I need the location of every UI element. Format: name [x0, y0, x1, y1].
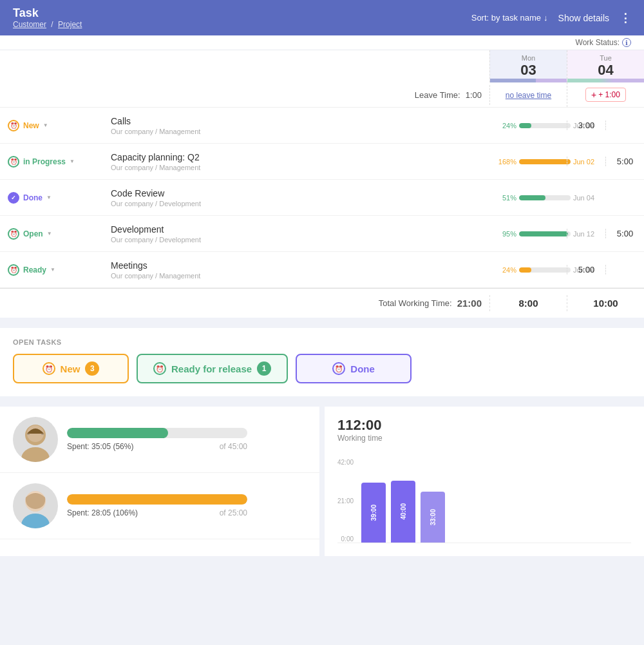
show-details-button[interactable]: Show details — [558, 13, 609, 23]
status-icon-done: ✓ — [8, 192, 19, 204]
person-spent: Spent: 28:05 (106%) — [67, 508, 138, 517]
leave-total-val: 1:00 — [466, 90, 482, 100]
sort-label: Sort: by task name — [471, 13, 541, 23]
task-sub: Our company / Management — [111, 272, 482, 280]
progress-bar — [519, 123, 571, 128]
sort-button[interactable]: Sort: by task name ↓ — [471, 13, 548, 23]
svg-point-1 — [21, 447, 50, 462]
chart-bar-label: 39:00 — [370, 502, 377, 524]
task-status-done[interactable]: ✓ Done ▼ — [0, 192, 103, 204]
progress-bar — [519, 267, 571, 273]
task-mon-hours: 3:00 — [567, 120, 605, 130]
chevron-down-icon: ▼ — [50, 267, 55, 273]
chart-bar: 39:00 — [361, 483, 386, 543]
ktab-icon-new: ⏰ — [43, 362, 55, 375]
person-spent: Spent: 35:05 (56%) — [67, 442, 133, 451]
table-row: ⏰ in Progress ▼ Capacity planning: Q2 Ou… — [0, 144, 644, 180]
status-icon-new: ⏰ — [8, 120, 19, 131]
progress-pct: 51% — [495, 194, 516, 202]
task-info: Meetings Our company / Management — [103, 255, 489, 285]
task-progress: 24% Jun 04 — [489, 266, 567, 274]
table-row: ⏰ Ready ▼ Meetings Our company / Managem… — [0, 252, 644, 288]
leave-mon-cell: no leave time — [489, 85, 567, 105]
kanban-tab-ready[interactable]: ⏰ Ready for release 1 — [137, 354, 288, 383]
task-info: Capacity planning: Q2 Our company / Mana… — [103, 147, 489, 177]
status-label: in Progress — [23, 157, 66, 166]
tue-date-col: Tue 04 — [567, 50, 644, 82]
progress-bar — [519, 231, 571, 236]
progress-bar-fill — [519, 267, 531, 273]
progress-pct: 168% — [495, 158, 516, 166]
task-status-inprogress[interactable]: ⏰ in Progress ▼ — [0, 156, 103, 168]
ktab-label: Ready for release — [171, 363, 252, 374]
chart-total: 112:00 — [337, 417, 631, 434]
task-status-open[interactable]: ⏰ Open ▼ — [0, 228, 103, 240]
people-section: Spent: 35:05 (56%) of 45:00 Spent: 28:05… — [0, 407, 319, 556]
sort-arrow-icon: ↓ — [544, 13, 548, 23]
work-status-container: Work Status: ℹ — [576, 38, 631, 47]
work-status-row: Work Status: ℹ — [0, 35, 644, 50]
breadcrumb-project[interactable]: Project — [58, 20, 82, 29]
add-leave-button[interactable]: + + 1:00 — [585, 88, 626, 102]
mon-date-num: 03 — [490, 62, 567, 79]
person-row: Spent: 35:05 (56%) of 45:00 — [0, 407, 319, 473]
status-label: Ready — [23, 265, 46, 274]
chart-bar-wrap: 39:00 — [361, 483, 386, 543]
person-alloc: of 25:00 — [220, 508, 247, 517]
status-label: Open — [23, 229, 43, 238]
task-info: Calls Our company / Management — [103, 111, 489, 140]
breadcrumb-customer[interactable]: Customer — [13, 20, 46, 29]
chevron-down-icon: ▼ — [43, 122, 48, 128]
progress-bar-fill — [519, 123, 531, 128]
kanban-tab-done[interactable]: ⏰ Done — [296, 354, 412, 383]
task-mon-hours — [567, 157, 605, 166]
no-leave-time-link[interactable]: no leave time — [506, 91, 551, 100]
total-row: Total Working Time: 21:00 8:00 10:00 — [0, 288, 644, 318]
task-progress: 95% Jun 12 — [489, 230, 567, 238]
chart-bars: 39:00 40:00 33:00 — [361, 459, 445, 543]
task-list: ⏰ New ▼ Calls Our company / Management 2… — [0, 108, 644, 288]
breadcrumb-sep: / — [51, 20, 53, 29]
total-tue: 10:00 — [567, 295, 644, 311]
table-row: ⏰ Open ▼ Development Our company / Devel… — [0, 216, 644, 252]
progress-bar-fill — [519, 195, 545, 200]
task-hours: 3:00 — [567, 120, 644, 130]
avatar — [13, 417, 58, 462]
task-mon-hours: 5:00 — [567, 265, 605, 274]
task-name: Development — [111, 224, 482, 235]
ktab-badge-new: 3 — [85, 361, 99, 376]
chart-bar-label: 33:00 — [430, 506, 437, 528]
chevron-down-icon: ▼ — [47, 231, 52, 236]
person-info: Spent: 35:05 (56%) of 45:00 — [67, 428, 307, 451]
person-bar-fill — [67, 428, 168, 438]
bottom-section: Spent: 35:05 (56%) of 45:00 Spent: 28:05… — [0, 407, 644, 556]
task-name: Code Review — [111, 188, 482, 198]
chart-bar-label: 40:00 — [400, 501, 407, 523]
mon-day-label: Mon — [490, 54, 567, 62]
chart-y-axis: 42:00 21:00 0:00 — [337, 459, 356, 543]
person-stats: Spent: 35:05 (56%) of 45:00 — [67, 442, 247, 451]
task-status-new[interactable]: ⏰ New ▼ — [0, 120, 103, 131]
status-icon-ready: ⏰ — [8, 264, 19, 276]
kanban-tab-new[interactable]: ⏰ New 3 — [13, 354, 129, 383]
leave-label-area: Leave Time: 1:00 — [0, 85, 489, 105]
chart-bar-wrap: 40:00 — [391, 481, 415, 543]
more-icon: ⋮ — [620, 12, 631, 24]
person-stats: Spent: 28:05 (106%) of 25:00 — [67, 508, 247, 517]
status-icon-open: ⏰ — [8, 228, 19, 240]
person-bar-wrap — [67, 494, 247, 505]
work-status-info-icon[interactable]: ℹ — [622, 38, 631, 47]
total-mon: 8:00 — [489, 295, 567, 311]
svg-rect-3 — [27, 434, 30, 435]
total-label: Total Working Time: — [379, 298, 452, 308]
task-tue-hours: 5:00 — [605, 229, 644, 238]
table-row: ⏰ New ▼ Calls Our company / Management 2… — [0, 108, 644, 144]
chevron-down-icon: ▼ — [46, 195, 52, 200]
task-status-ready[interactable]: ⏰ Ready ▼ — [0, 264, 103, 276]
more-options-button[interactable]: ⋮ — [620, 11, 631, 25]
mon-bar — [490, 79, 567, 82]
svg-rect-4 — [41, 434, 44, 435]
table-row: ✓ Done ▼ Code Review Our company / Devel… — [0, 180, 644, 216]
task-sub: Our company / Development — [111, 236, 482, 244]
person-alloc: of 45:00 — [220, 442, 247, 451]
